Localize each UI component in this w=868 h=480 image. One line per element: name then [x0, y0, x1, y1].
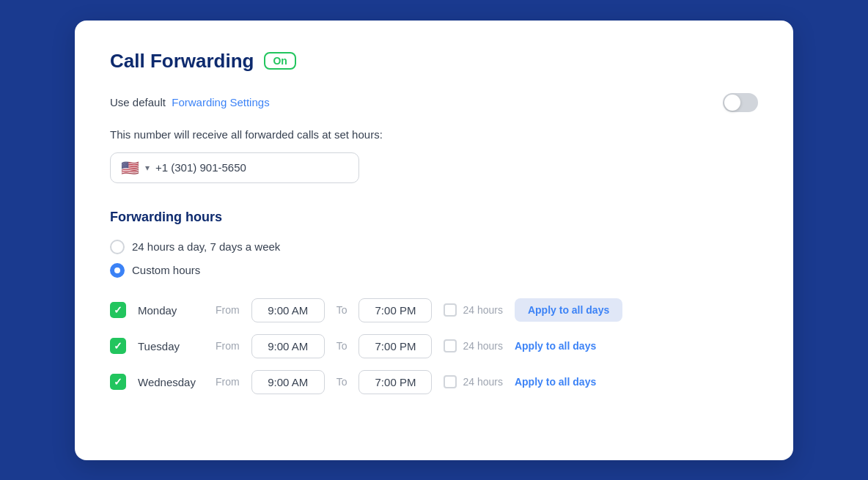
24hours-row-monday: 24 hours: [444, 303, 502, 317]
24hours-checkbox-tuesday[interactable]: [444, 339, 457, 352]
default-settings-row: Use default Forwarding Settings: [110, 93, 758, 112]
flag-icon: 🇺🇸: [121, 159, 139, 177]
forwarding-hours-title: Forwarding hours: [110, 210, 758, 225]
day-rows: Monday From 9:00 AM To 7:00 PM 24 hours …: [110, 298, 758, 394]
apply-to-all-days-button-monday[interactable]: Apply to all days: [515, 298, 622, 322]
title-row: Call Forwarding On: [110, 50, 758, 73]
checkbox-wednesday[interactable]: [110, 374, 126, 390]
24hours-row-wednesday: 24 hours: [444, 375, 502, 388]
day-row-wednesday: Wednesday From 9:00 AM To 7:00 PM 24 hou…: [110, 370, 758, 394]
forwarding-settings-link[interactable]: Forwarding Settings: [172, 96, 269, 108]
phone-input-row[interactable]: 🇺🇸 ▾ +1 (301) 901-5650: [110, 152, 359, 183]
description-text: This number will receive all forwarded c…: [110, 128, 758, 141]
page-title: Call Forwarding: [110, 50, 254, 73]
radio-circle-custom[interactable]: [110, 263, 125, 278]
from-label-tuesday: From: [216, 340, 240, 352]
day-name-tuesday: Tuesday: [138, 340, 204, 352]
to-label-wednesday: To: [336, 376, 347, 388]
from-label-wednesday: From: [216, 376, 240, 388]
24hours-checkbox-wednesday[interactable]: [444, 375, 457, 388]
from-label-monday: From: [216, 304, 240, 316]
day-row-tuesday: Tuesday From 9:00 AM To 7:00 PM 24 hours…: [110, 334, 758, 358]
apply-to-all-days-button-tuesday[interactable]: Apply to all days: [515, 340, 596, 352]
country-chevron-icon[interactable]: ▾: [145, 163, 150, 173]
24hours-label-wednesday: 24 hours: [463, 376, 502, 388]
radio-label-always: 24 hours a day, 7 days a week: [132, 240, 280, 253]
24hours-label-tuesday: 24 hours: [463, 340, 502, 352]
call-forwarding-card: Call Forwarding On Use default Forwardin…: [75, 21, 793, 460]
to-time-tuesday[interactable]: 7:00 PM: [358, 334, 432, 358]
day-row-monday: Monday From 9:00 AM To 7:00 PM 24 hours …: [110, 298, 758, 322]
radio-label-custom: Custom hours: [132, 264, 200, 276]
default-settings-toggle[interactable]: [723, 93, 758, 112]
to-label-tuesday: To: [336, 340, 347, 352]
radio-option-always[interactable]: 24 hours a day, 7 days a week: [110, 240, 758, 254]
24hours-checkbox-monday[interactable]: [444, 303, 457, 317]
default-label: Use default Forwarding Settings: [110, 96, 270, 108]
24hours-row-tuesday: 24 hours: [444, 339, 502, 352]
phone-number: +1 (301) 901-5650: [155, 161, 246, 174]
to-time-monday[interactable]: 7:00 PM: [358, 298, 432, 322]
radio-circle-always[interactable]: [110, 240, 125, 254]
day-name-wednesday: Wednesday: [138, 376, 204, 388]
status-badge: On: [264, 52, 295, 70]
radio-option-custom[interactable]: Custom hours: [110, 263, 758, 278]
to-label-monday: To: [336, 304, 347, 316]
to-time-wednesday[interactable]: 7:00 PM: [358, 370, 432, 394]
from-time-monday[interactable]: 9:00 AM: [251, 298, 325, 322]
from-time-tuesday[interactable]: 9:00 AM: [251, 334, 325, 358]
from-time-wednesday[interactable]: 9:00 AM: [251, 370, 325, 394]
24hours-label-monday: 24 hours: [463, 304, 502, 316]
day-name-monday: Monday: [138, 304, 204, 317]
apply-to-all-days-button-wednesday[interactable]: Apply to all days: [515, 376, 596, 388]
forwarding-hours-radio-group: 24 hours a day, 7 days a week Custom hou…: [110, 240, 758, 278]
checkbox-monday[interactable]: [110, 302, 126, 318]
checkbox-tuesday[interactable]: [110, 338, 126, 354]
